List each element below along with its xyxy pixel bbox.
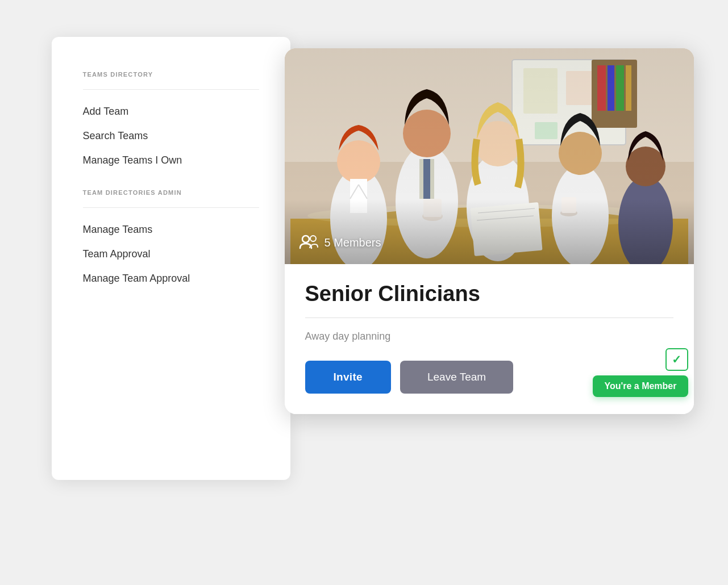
sidebar-item-manage-teams-own[interactable]: Manage Teams I Own xyxy=(83,154,259,166)
invite-button[interactable]: Invite xyxy=(305,361,391,394)
leave-team-button[interactable]: Leave Team xyxy=(400,361,513,394)
section2-title: TEAM DIRECTORIES ADMIN xyxy=(83,189,259,196)
member-badge-container: ✓ You're a Member xyxy=(593,348,688,397)
team-name-heading: Senior Clinicians xyxy=(305,282,673,306)
section1-divider xyxy=(83,89,259,90)
member-check-icon: ✓ xyxy=(665,348,688,371)
section1-title: TEAMS DIRECTORY xyxy=(83,71,259,78)
members-count-text: 5 Members xyxy=(325,236,381,249)
sidebar-item-add-team[interactable]: Add Team xyxy=(83,106,259,118)
svg-point-37 xyxy=(302,236,309,243)
scene-svg xyxy=(285,48,694,264)
sidebar-item-manage-team-approval[interactable]: Manage Team Approval xyxy=(83,273,259,285)
sidebar-item-search-teams[interactable]: Search Teams xyxy=(83,130,259,142)
team-card: 5 Members Senior Clinicians Away day pla… xyxy=(285,48,694,414)
team-description-text: Away day planning xyxy=(305,331,673,342)
svg-rect-36 xyxy=(285,48,694,264)
team-card-image: 5 Members xyxy=(285,48,694,264)
sidebar-item-manage-teams[interactable]: Manage Teams xyxy=(83,224,259,236)
section2-divider xyxy=(83,207,259,208)
members-overlay: 5 Members xyxy=(298,232,381,253)
svg-point-38 xyxy=(310,236,316,241)
sidebar-item-team-approval[interactable]: Team Approval xyxy=(83,248,259,260)
checkmark-symbol: ✓ xyxy=(672,353,681,366)
member-badge-pill: You're a Member xyxy=(593,375,688,397)
members-icon xyxy=(298,232,319,253)
sidebar-panel: TEAMS DIRECTORY Add Team Search Teams Ma… xyxy=(52,37,290,480)
team-card-divider xyxy=(305,317,673,318)
